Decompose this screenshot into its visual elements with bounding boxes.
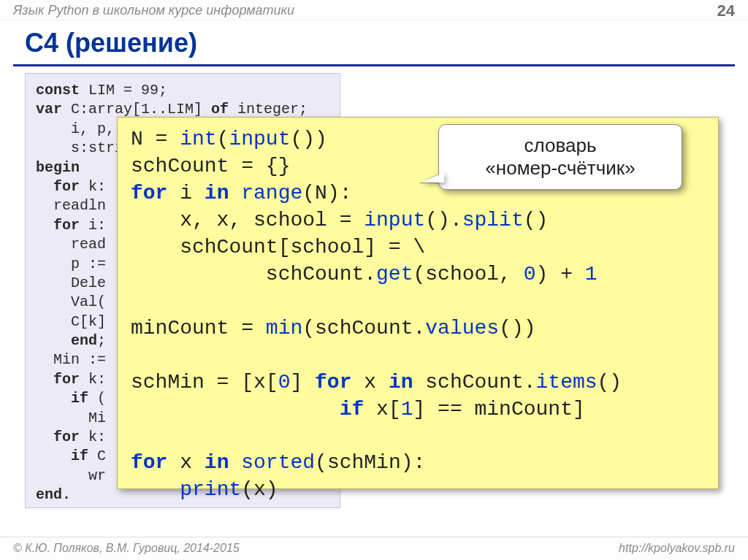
footer-url: http://kpolyakov.spb.ru — [619, 542, 735, 555]
footer-copyright: © К.Ю. Поляков, В.М. Гуровиц, 2014-2015 — [13, 542, 240, 555]
callout-box: словарь «номер-счётчик» — [438, 124, 682, 190]
slide-title: C4 (решение) — [25, 28, 748, 58]
header: Язык Python в школьном курсе информатики… — [0, 0, 748, 20]
title-row: C4 (решение) — [25, 28, 748, 58]
page-number: 24 — [717, 1, 735, 20]
title-underline — [13, 64, 735, 66]
callout-text: словарь «номер-счётчик» — [485, 134, 635, 180]
footer: © К.Ю. Поляков, В.М. Гуровиц, 2014-2015 … — [0, 537, 748, 560]
slide: Язык Python в школьном курсе информатики… — [0, 0, 748, 560]
callout-tail — [421, 172, 444, 183]
course-title: Язык Python в школьном курсе информатики — [13, 3, 294, 18]
